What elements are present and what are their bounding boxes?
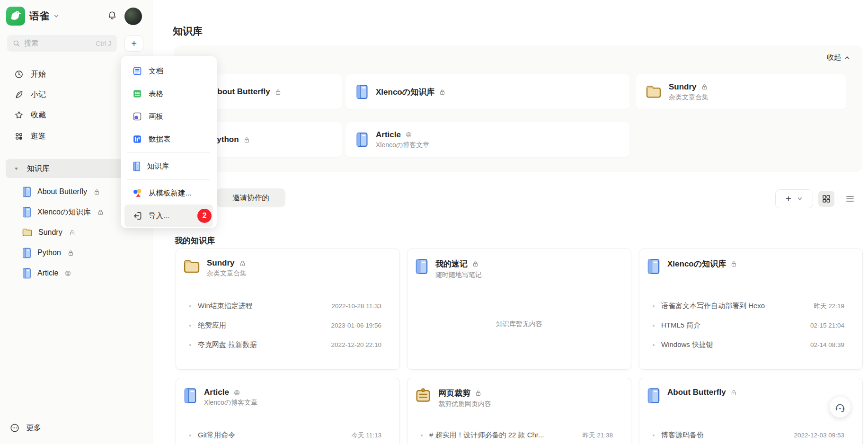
- doc-title[interactable]: Windows 快捷键: [661, 340, 804, 349]
- folder-icon: [646, 85, 661, 98]
- sidebar-more[interactable]: 更多: [9, 423, 41, 433]
- book-icon: [22, 207, 31, 218]
- featured-card-sundry[interactable]: Sundry 杂类文章合集: [636, 74, 846, 109]
- doc-row[interactable]: Git常用命令今天 11:13: [185, 426, 381, 444]
- lock-icon: [275, 89, 282, 96]
- book-label: Python: [37, 249, 61, 257]
- card-title: About Butterfly: [667, 388, 726, 397]
- menu-item-import[interactable]: 导入... 2: [124, 204, 213, 227]
- notifications-button[interactable]: [106, 10, 118, 22]
- doc-row[interactable]: 绝赞应用2023-01-06 19:56: [185, 316, 381, 335]
- book-card-article[interactable]: Article Xlencoの博客文章 Git常用命令今天 11:13: [176, 378, 400, 444]
- nav-label: 开始: [31, 70, 46, 80]
- card-title: Article: [204, 388, 229, 397]
- menu-item-board[interactable]: 画板: [124, 105, 213, 128]
- search-placeholder: 搜索: [24, 39, 92, 48]
- sidebar-book-article[interactable]: Article: [14, 263, 147, 283]
- lock-icon: [67, 249, 74, 257]
- lock-icon: [475, 390, 482, 397]
- bullet-icon: [653, 344, 655, 346]
- featured-card-article[interactable]: Article Xlencoの博客文章: [345, 122, 629, 157]
- bullet-icon: [189, 305, 191, 307]
- card-subtitle: 裁剪优质网页内容: [438, 400, 491, 408]
- lock-icon: [439, 89, 446, 96]
- doc-icon: [133, 66, 142, 76]
- bullet-icon: [653, 305, 655, 307]
- user-avatar[interactable]: [124, 8, 142, 25]
- menu-item-label: 知识库: [147, 161, 169, 171]
- doc-row[interactable]: 博客源码备份2022-12-03 09:53: [648, 426, 844, 444]
- plus-icon: +: [786, 194, 791, 204]
- menu-item-datatable[interactable]: 数据表: [124, 128, 213, 151]
- grid-view-icon: [822, 194, 831, 204]
- bullet-icon: [421, 435, 423, 436]
- section-title: 我的知识库: [175, 235, 215, 246]
- book-card-about-butterfly[interactable]: About Butterfly 博客源码备份2022-12-03 09:53: [639, 378, 863, 444]
- import-badge: 2: [197, 209, 212, 223]
- list-view-button[interactable]: [842, 191, 858, 207]
- doc-title[interactable]: 语雀富文本写作自动部署到 Hexo: [661, 302, 807, 311]
- tab-invited-collab[interactable]: 邀请协作的: [216, 188, 285, 207]
- sheet-icon: [133, 89, 142, 98]
- workspace-header[interactable]: 语雀: [6, 7, 59, 26]
- book-card-sundry[interactable]: Sundry 杂类文章合集 Win结束指定进程2022-10-28 11:33 …: [176, 249, 400, 370]
- menu-item-label: 文档: [149, 66, 163, 76]
- help-floating-button[interactable]: [830, 397, 850, 417]
- lock-icon: [239, 260, 246, 267]
- chevron-down-icon: [797, 196, 803, 202]
- doc-title[interactable]: Win结束指定进程: [198, 302, 325, 311]
- doc-title[interactable]: 夸克网盘 拉新数据: [198, 340, 324, 349]
- book-card-web-clips[interactable]: 网页裁剪 裁剪优质网页内容 # 超实用！设计师必备的 22 款 Chr...昨天…: [407, 378, 631, 444]
- doc-row[interactable]: # 超实用！设计师必备的 22 款 Chr...昨天 21:38: [416, 426, 613, 444]
- grid-view-button[interactable]: [818, 191, 834, 207]
- card-title: Sundry: [669, 82, 697, 92]
- menu-item-from-template[interactable]: 从模板新建...: [124, 182, 213, 204]
- browse-icon: [14, 132, 24, 141]
- new-book-split-button[interactable]: +: [775, 189, 813, 208]
- doc-row[interactable]: Windows 快捷键02-14 08:39: [648, 335, 844, 355]
- card-title: 我的速记: [435, 258, 468, 269]
- doc-title[interactable]: # 超实用！设计师必备的 22 款 Chr...: [429, 431, 576, 440]
- toolbar-divider: [838, 194, 838, 204]
- tab-label: 邀请协作的: [232, 193, 269, 203]
- menu-item-doc[interactable]: 文档: [124, 60, 213, 82]
- collapse-button[interactable]: 收起: [827, 53, 850, 62]
- card-title: Sundry: [207, 258, 235, 268]
- doc-title[interactable]: HTML5 简介: [661, 321, 804, 330]
- globe-icon: [405, 131, 412, 138]
- menu-item-sheet[interactable]: 表格: [124, 82, 213, 105]
- nav-label: 逛逛: [31, 132, 46, 142]
- menu-item-label: 导入...: [149, 211, 169, 221]
- doc-title[interactable]: 博客源码备份: [661, 431, 787, 440]
- doc-row[interactable]: Win结束指定进程2022-10-28 11:33: [185, 296, 381, 316]
- bullet-icon: [189, 344, 191, 346]
- doc-row[interactable]: 夸克网盘 拉新数据2022-12-20 22:10: [185, 335, 381, 355]
- lock-icon: [69, 229, 76, 236]
- book-card-xlenco[interactable]: Xlencoの知识库 语雀富文本写作自动部署到 Hexo昨天 22:19 HTM…: [639, 249, 863, 370]
- doc-title[interactable]: 绝赞应用: [198, 321, 324, 330]
- create-button[interactable]: +: [124, 35, 143, 52]
- menu-item-label: 数据表: [149, 134, 171, 144]
- doc-row[interactable]: 语雀富文本写作自动部署到 Hexo昨天 22:19: [648, 296, 844, 316]
- doc-date: 昨天 21:38: [582, 431, 613, 440]
- workspace-chevron-down-icon: [53, 13, 59, 19]
- book-icon: [647, 388, 660, 404]
- sidebar-book-python[interactable]: Python: [14, 243, 147, 263]
- bullet-icon: [189, 435, 191, 436]
- yuque-logo[interactable]: [6, 7, 25, 26]
- doc-row[interactable]: HTML5 简介02-15 21:04: [648, 316, 844, 335]
- card-header: 网页裁剪 裁剪优质网页内容: [415, 388, 491, 408]
- featured-card-xlenco[interactable]: Xlencoの知识库: [345, 74, 629, 109]
- nav-label: 收藏: [31, 110, 46, 120]
- doc-date: 2022-10-28 11:33: [331, 302, 381, 310]
- menu-divider: [127, 152, 210, 153]
- doc-list: Win结束指定进程2022-10-28 11:33 绝赞应用2023-01-06…: [185, 296, 381, 355]
- card-header: Article Xlencoの博客文章: [184, 388, 257, 407]
- search-input[interactable]: 搜索 Ctrl J: [7, 35, 117, 52]
- globe-icon: [64, 270, 71, 277]
- create-menu: 文档 表格 画板 数据表 知识库 从模板新建... 导入... 2: [121, 56, 217, 228]
- book-card-quick-notes[interactable]: 我的速记 随时随地写笔记 知识库暂无内容: [407, 249, 631, 370]
- doc-title[interactable]: Git常用命令: [198, 431, 345, 440]
- bullet-icon: [189, 325, 191, 327]
- menu-item-knowledge-base[interactable]: 知识库: [124, 155, 213, 178]
